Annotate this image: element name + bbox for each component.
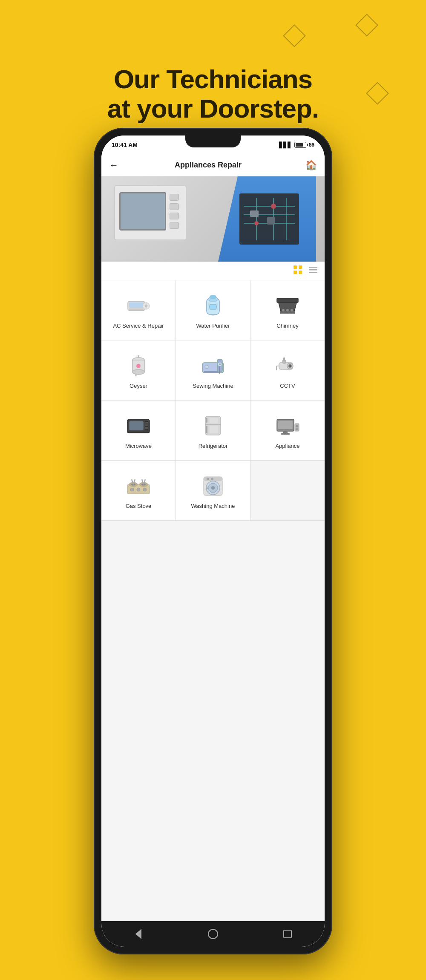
gas-stove-label: Gas Stove	[126, 503, 152, 510]
diamond-decoration-2	[355, 14, 378, 37]
hero-banner-image	[101, 176, 325, 262]
battery-icon	[294, 142, 306, 148]
grid-row-1: AC Service & Repair Water Purifier	[101, 280, 325, 340]
svg-point-94	[211, 486, 215, 490]
svg-rect-75	[281, 433, 290, 435]
svg-point-9	[254, 221, 259, 225]
svg-rect-61	[145, 427, 148, 429]
microwave-illustration	[114, 185, 187, 240]
svg-rect-6	[250, 210, 259, 217]
service-item-geyser[interactable]: Geyser	[101, 340, 176, 400]
status-time: 10:41 AM	[112, 141, 138, 148]
svg-rect-16	[309, 272, 317, 273]
appliance-icon	[273, 413, 302, 438]
svg-point-44	[219, 363, 221, 365]
status-bar: 10:41 AM ▋▋▋ 86	[101, 135, 325, 154]
svg-rect-62	[127, 432, 150, 433]
svg-point-91	[211, 478, 213, 480]
svg-rect-14	[309, 267, 317, 268]
svg-rect-47	[204, 371, 219, 373]
geyser-icon	[124, 353, 153, 378]
sewing-machine-icon	[198, 353, 228, 378]
svg-rect-12	[294, 271, 297, 274]
svg-point-8	[271, 204, 276, 209]
microwave-panel	[166, 192, 182, 231]
svg-rect-7	[267, 217, 275, 225]
cctv-icon	[273, 353, 302, 378]
ac-icon	[124, 293, 153, 318]
refrigerator-label: Refrigerator	[199, 443, 228, 450]
service-item-water-purifier[interactable]: Water Purifier	[176, 280, 250, 340]
microwave-icon	[124, 413, 153, 438]
svg-rect-15	[309, 269, 317, 271]
svg-point-37	[132, 369, 144, 375]
washing-machine-icon	[198, 473, 228, 499]
microwave-screen	[119, 192, 166, 231]
refrigerator-icon	[198, 413, 228, 438]
svg-rect-68	[210, 426, 218, 433]
svg-rect-70	[278, 421, 293, 429]
phone-device: 10:41 AM ▋▋▋ 86 ← Appliances Repair 🏠	[94, 128, 332, 954]
svg-rect-30	[277, 298, 298, 303]
svg-point-40	[136, 364, 141, 368]
services-grid: AC Service & Repair Water Purifier	[101, 280, 325, 921]
nav-recents-button[interactable]	[282, 928, 294, 940]
app-header: ← Appliances Repair 🏠	[101, 154, 325, 176]
chimney-icon	[273, 293, 302, 318]
svg-rect-19	[129, 308, 144, 310]
gas-stove-icon	[124, 473, 153, 499]
service-item-sewing-machine[interactable]: Sewing Machine	[176, 340, 250, 400]
water-purifier-icon	[198, 293, 228, 318]
signal-icon: ▋▋▋	[279, 142, 292, 148]
svg-point-34	[291, 309, 293, 311]
svg-rect-66	[206, 426, 207, 433]
service-item-gas-stove[interactable]: Gas Stove	[101, 461, 176, 520]
service-item-cctv[interactable]: CCTV	[250, 340, 325, 400]
grid-row-3: Microwave	[101, 401, 325, 461]
svg-point-72	[296, 425, 298, 427]
svg-rect-18	[129, 303, 144, 308]
svg-rect-27	[210, 304, 216, 309]
service-item-appliance[interactable]: Appliance	[250, 401, 325, 460]
view-toggle-bar	[101, 262, 325, 280]
cctv-label: CCTV	[280, 383, 295, 390]
grid-view-toggle[interactable]	[293, 265, 302, 277]
grid-row-2: Geyser	[101, 340, 325, 401]
service-item-microwave[interactable]: Microwave	[101, 401, 176, 460]
svg-rect-59	[145, 422, 148, 424]
battery-percent: 86	[309, 142, 314, 148]
washing-machine-label: Washing Machine	[191, 503, 235, 510]
svg-point-86	[137, 488, 140, 491]
svg-rect-10	[294, 265, 297, 269]
service-item-empty	[250, 461, 325, 520]
status-icons: ▋▋▋ 86	[279, 142, 314, 148]
service-item-ac[interactable]: AC Service & Repair	[101, 280, 176, 340]
svg-point-90	[207, 478, 209, 480]
nav-back-button[interactable]	[132, 928, 144, 940]
microwave-label: Microwave	[125, 443, 152, 450]
svg-point-73	[296, 428, 298, 430]
chimney-label: Chimney	[276, 323, 298, 330]
svg-point-32	[282, 309, 285, 311]
diamond-decoration-1	[283, 24, 306, 47]
service-item-refrigerator[interactable]: Refrigerator	[176, 401, 250, 460]
grid-row-4: Gas Stove	[101, 461, 325, 521]
home-button[interactable]: 🏠	[305, 160, 317, 171]
svg-point-46	[205, 365, 208, 369]
diamond-decoration-3	[366, 82, 389, 105]
svg-rect-13	[299, 271, 302, 274]
back-button[interactable]: ←	[109, 160, 118, 171]
service-item-washing-machine[interactable]: Washing Machine	[176, 461, 250, 520]
hero-title: Our Technicians at your Doorstep.	[107, 65, 319, 123]
svg-rect-57	[129, 421, 144, 430]
phone-notch	[185, 135, 241, 147]
nav-home-button[interactable]	[207, 928, 219, 940]
svg-rect-60	[145, 424, 148, 426]
svg-point-26	[210, 295, 216, 299]
svg-rect-74	[283, 431, 288, 433]
circuit-board-art	[239, 193, 299, 245]
phone-nav-bar	[101, 921, 325, 947]
service-item-chimney[interactable]: Chimney	[250, 280, 325, 340]
svg-rect-53	[283, 357, 285, 361]
list-view-toggle[interactable]	[308, 265, 318, 277]
